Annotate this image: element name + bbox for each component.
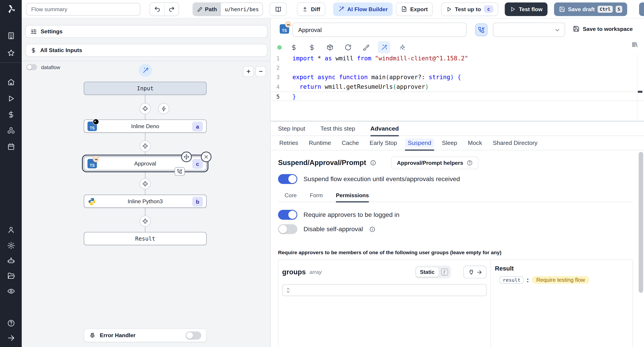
users-icon[interactable]: [7, 226, 15, 234]
code-line[interactable]: 2: [270, 63, 644, 73]
audit-eye-icon[interactable]: [7, 287, 15, 295]
path-value[interactable]: u/henri/bes: [221, 3, 262, 16]
approval-prompt-helpers-button[interactable]: Approval/Prompt helpers: [391, 156, 478, 169]
ai-flow-builder-button[interactable]: AI Flow Builder: [333, 2, 393, 16]
lsp-status-dot: [277, 45, 282, 50]
code-line[interactable]: 1import * as wmill from "windmill-client…: [270, 54, 644, 63]
add-variable-button[interactable]: [288, 41, 300, 54]
path-control[interactable]: Path u/henri/bes: [192, 2, 263, 16]
function-segment[interactable]: ƒ: [439, 268, 450, 276]
suspend-flow-toggle[interactable]: [278, 174, 297, 184]
result-key-badge[interactable]: result: [499, 276, 524, 284]
save-to-workspace-button[interactable]: Save to workspace: [573, 26, 632, 32]
add-resource-button[interactable]: [306, 41, 318, 54]
runs-play-icon[interactable]: [7, 94, 15, 102]
format-brush-button[interactable]: [360, 41, 372, 54]
save-draft-button[interactable]: Save draft Ctrl S: [554, 2, 627, 16]
step-name-input[interactable]: [292, 22, 467, 37]
info-icon[interactable]: [369, 226, 376, 232]
ai-edit-wand-button[interactable]: [378, 41, 390, 54]
tab-permissions[interactable]: Permissions: [336, 189, 369, 202]
tab-cache[interactable]: Cache: [340, 136, 361, 150]
trigger-bolt-button[interactable]: [158, 103, 169, 114]
tab-core[interactable]: Core: [285, 189, 297, 202]
code-editor[interactable]: 1import * as wmill from "windmill-client…: [270, 54, 644, 120]
home-icon[interactable]: [7, 78, 15, 86]
main-content: Settings All Static Inputs dataflow + − …: [22, 18, 644, 347]
flow-node-result[interactable]: Result: [84, 232, 206, 245]
package-button[interactable]: [324, 41, 336, 54]
static-segment[interactable]: Static: [416, 268, 439, 277]
dataflow-toggle[interactable]: [26, 64, 37, 70]
tab-advanced[interactable]: Advanced: [370, 122, 399, 136]
plus-icon: [142, 143, 148, 149]
reload-button[interactable]: [342, 41, 354, 54]
code-line[interactable]: 3export async function main(approver?: s…: [270, 73, 644, 82]
flow-summary-input[interactable]: [26, 3, 140, 16]
favorites-star-icon[interactable]: [7, 49, 15, 57]
ai-assist-wand-button[interactable]: [139, 64, 152, 77]
error-handler-row[interactable]: Error Handler: [84, 328, 206, 342]
approval-phone-button[interactable]: [475, 24, 488, 36]
flow-node-inline-python[interactable]: Inline Python3 b: [84, 195, 206, 208]
delete-step-button[interactable]: [201, 152, 212, 162]
info-icon[interactable]: [370, 160, 376, 166]
workspace-building-icon[interactable]: [7, 32, 15, 40]
error-handler-toggle[interactable]: [186, 331, 201, 340]
tab-step-input[interactable]: Step Input: [278, 122, 305, 136]
tab-sleep[interactable]: Sleep: [440, 136, 459, 150]
insert-step-button-3[interactable]: [140, 178, 151, 189]
tab-early-stop[interactable]: Early Stop: [368, 136, 399, 150]
tab-retries[interactable]: Retries: [277, 136, 300, 150]
windmill-logo-icon[interactable]: [6, 4, 16, 14]
dataflow-label: dataflow: [41, 64, 60, 70]
tab-form[interactable]: Form: [310, 189, 323, 202]
insert-step-button-4[interactable]: [140, 216, 151, 227]
flow-node-approval[interactable]: TS Approval c: [84, 156, 206, 170]
baby-face-icon: [285, 22, 291, 28]
flow-settings-button[interactable]: Settings: [26, 25, 268, 38]
tab-shared-directory[interactable]: Shared Directory: [490, 136, 539, 150]
help-icon[interactable]: [7, 319, 15, 327]
variables-dollar-icon[interactable]: [7, 110, 15, 119]
flow-node-inline-deno[interactable]: TS Inline Deno a: [84, 120, 206, 132]
groups-array-input[interactable]: [282, 284, 487, 296]
test-flow-button[interactable]: Test flow: [505, 2, 548, 16]
schedules-calendar-icon[interactable]: [7, 142, 15, 151]
zoom-out-button[interactable]: −: [255, 66, 266, 77]
diff-button[interactable]: Diff: [297, 2, 325, 16]
script-template-select[interactable]: [493, 22, 565, 37]
settings-gear-icon[interactable]: [7, 242, 15, 250]
panel-scrollbar[interactable]: [639, 152, 643, 293]
collapse-arrow-right-icon[interactable]: [7, 334, 15, 342]
flow-node-input[interactable]: Input: [84, 82, 206, 95]
resources-boxes-icon[interactable]: [7, 126, 15, 135]
code-line[interactable]: 5}: [270, 92, 644, 101]
advanced-tabs: Retries Runtime Cache Early Stop Suspend…: [270, 136, 644, 150]
ai-sparkles-button[interactable]: [396, 41, 408, 54]
insert-step-button-2[interactable]: [140, 140, 151, 152]
insert-step-button-1[interactable]: [140, 103, 151, 114]
tab-test-this-step[interactable]: Test this step: [320, 122, 355, 136]
all-static-inputs-button[interactable]: All Static Inputs: [26, 44, 268, 57]
export-button[interactable]: Export: [396, 2, 433, 16]
test-up-to-step-badge: c: [484, 5, 494, 13]
connect-input-button[interactable]: [463, 266, 487, 278]
tab-runtime[interactable]: Runtime: [307, 136, 333, 150]
folders-icon[interactable]: [7, 272, 15, 280]
disable-self-approval-toggle[interactable]: [278, 224, 297, 234]
workers-robot-icon[interactable]: [7, 257, 15, 265]
deploy-button-partial[interactable]: [639, 2, 644, 16]
move-step-button[interactable]: [181, 152, 192, 162]
tab-suspend[interactable]: Suspend: [406, 136, 433, 150]
redo-button[interactable]: [164, 3, 179, 16]
magic-wand-icon: [380, 44, 388, 51]
require-login-toggle[interactable]: [278, 210, 297, 220]
code-line[interactable]: 4 return wmill.getResumeUrls(approver): [270, 82, 644, 92]
tab-mock[interactable]: Mock: [466, 136, 484, 150]
docs-book-button[interactable]: [270, 2, 287, 16]
zoom-in-button[interactable]: +: [243, 66, 254, 77]
script-library-icon[interactable]: [631, 41, 638, 48]
test-up-to-button[interactable]: Test up to c: [441, 2, 498, 16]
undo-button[interactable]: [150, 3, 164, 16]
